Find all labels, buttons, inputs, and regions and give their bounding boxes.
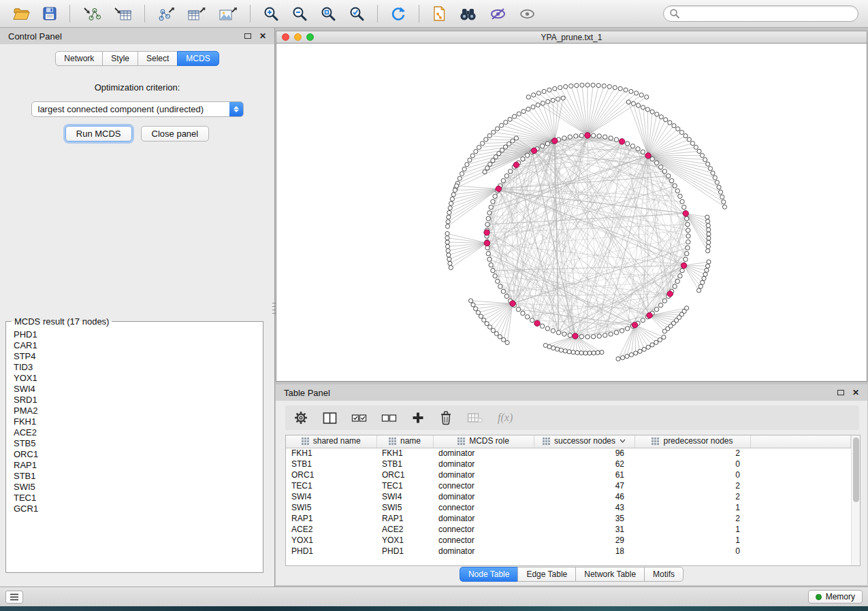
cell-shared-name[interactable]: PHD1 bbox=[286, 546, 376, 557]
search-input[interactable] bbox=[680, 9, 852, 18]
cell-mcds-role[interactable]: connector bbox=[433, 524, 534, 535]
cell-shared-name[interactable]: ACE2 bbox=[286, 524, 376, 535]
cell-name[interactable]: FKH1 bbox=[376, 448, 433, 459]
deselect-all-button[interactable] bbox=[381, 413, 397, 423]
cell-predecessor-nodes[interactable]: 1 bbox=[634, 524, 750, 535]
network-graph[interactable] bbox=[276, 44, 867, 381]
mcds-result-item[interactable]: SWI5 bbox=[6, 482, 263, 493]
mcds-result-item[interactable]: FKH1 bbox=[6, 416, 263, 427]
mcds-result-item[interactable]: RAP1 bbox=[6, 460, 263, 471]
cell-successor-nodes[interactable]: 47 bbox=[534, 480, 634, 491]
cell-predecessor-nodes[interactable]: 2 bbox=[634, 513, 750, 524]
cell-shared-name[interactable]: SWI5 bbox=[286, 502, 376, 513]
refresh-button[interactable] bbox=[387, 4, 410, 23]
mcds-result-item[interactable]: PMA2 bbox=[6, 406, 263, 416]
show-graphics-button[interactable] bbox=[515, 5, 539, 22]
float-table-panel-icon[interactable] bbox=[837, 390, 844, 395]
cell-shared-name[interactable]: STB1 bbox=[286, 459, 376, 469]
export-table-button[interactable] bbox=[184, 5, 210, 23]
network-canvas[interactable] bbox=[276, 43, 867, 382]
tab-edge-table[interactable]: Edge Table bbox=[517, 567, 576, 582]
delete-column-button[interactable] bbox=[439, 410, 453, 425]
add-column-button[interactable] bbox=[411, 411, 425, 425]
mcds-result-item[interactable]: ORC1 bbox=[6, 449, 263, 460]
table-row[interactable]: TEC1TEC1connector472 bbox=[286, 480, 851, 491]
split-columns-button[interactable] bbox=[323, 412, 337, 425]
cell-predecessor-nodes[interactable]: 1 bbox=[634, 502, 750, 513]
cell-mcds-role[interactable]: dominator bbox=[433, 546, 534, 557]
cell-name[interactable]: STB1 bbox=[376, 459, 433, 469]
mcds-result-item[interactable]: YOX1 bbox=[6, 373, 263, 384]
criterion-select[interactable]: largest connected component (undirected) bbox=[31, 101, 244, 117]
zoom-out-button[interactable] bbox=[288, 4, 311, 23]
mcds-result-item[interactable]: STP4 bbox=[6, 351, 263, 362]
zoom-fit-button[interactable] bbox=[317, 4, 340, 23]
export-network-button[interactable] bbox=[154, 5, 178, 23]
table-row[interactable]: PHD1PHD1dominator180 bbox=[286, 546, 851, 557]
cell-mcds-role[interactable]: dominator bbox=[433, 448, 534, 459]
cell-predecessor-nodes[interactable]: 2 bbox=[634, 491, 750, 502]
mcds-result-item[interactable]: CAR1 bbox=[6, 340, 263, 351]
cell-name[interactable]: ORC1 bbox=[376, 469, 433, 480]
cell-mcds-role[interactable]: dominator bbox=[433, 469, 534, 480]
open-file-button[interactable] bbox=[10, 5, 33, 22]
column-header-predecessor-nodes[interactable]: predecessor nodes bbox=[634, 435, 750, 448]
cell-mcds-role[interactable]: dominator bbox=[433, 459, 534, 469]
tab-node-table[interactable]: Node Table bbox=[460, 567, 519, 582]
export-image-button[interactable] bbox=[215, 5, 241, 23]
task-history-button[interactable] bbox=[5, 591, 23, 604]
cell-successor-nodes[interactable]: 29 bbox=[534, 535, 634, 546]
tab-select[interactable]: Select bbox=[138, 51, 178, 66]
cell-successor-nodes[interactable]: 61 bbox=[534, 469, 634, 480]
network-titlebar[interactable]: YPA_prune.txt_1 bbox=[276, 31, 867, 43]
cell-successor-nodes[interactable]: 35 bbox=[534, 513, 634, 524]
cell-name[interactable]: SWI4 bbox=[376, 491, 433, 502]
memory-button[interactable]: Memory bbox=[808, 590, 863, 604]
cell-shared-name[interactable]: TEC1 bbox=[286, 480, 376, 491]
mcds-result-item[interactable]: STB5 bbox=[6, 438, 263, 449]
cell-name[interactable]: TEC1 bbox=[376, 480, 433, 491]
table-row[interactable]: SWI4SWI4dominator462 bbox=[286, 491, 851, 502]
import-table-button[interactable] bbox=[110, 5, 135, 23]
cell-predecessor-nodes[interactable]: 0 bbox=[634, 459, 750, 469]
search-box[interactable] bbox=[663, 5, 858, 22]
mcds-result-item[interactable]: STB1 bbox=[6, 471, 263, 482]
cell-mcds-role[interactable]: connector bbox=[433, 535, 534, 546]
tab-motifs[interactable]: Motifs bbox=[644, 567, 684, 582]
table-row[interactable]: YOX1YOX1connector291 bbox=[286, 535, 851, 546]
cell-successor-nodes[interactable]: 62 bbox=[534, 459, 634, 469]
cell-successor-nodes[interactable]: 46 bbox=[534, 491, 634, 502]
scrollbar-thumb[interactable] bbox=[853, 437, 859, 502]
column-header-shared-name[interactable]: shared name bbox=[286, 435, 376, 448]
table-row[interactable]: ORC1ORC1dominator610 bbox=[286, 469, 851, 480]
cell-predecessor-nodes[interactable]: 1 bbox=[634, 535, 750, 546]
table-row[interactable]: RAP1RAP1dominator352 bbox=[286, 513, 851, 524]
save-button[interactable] bbox=[39, 5, 61, 22]
cell-shared-name[interactable]: ORC1 bbox=[286, 469, 376, 480]
tab-network[interactable]: Network bbox=[55, 51, 103, 66]
mcds-result-item[interactable]: SRD1 bbox=[6, 395, 263, 406]
cell-name[interactable]: SWI5 bbox=[376, 502, 433, 513]
cell-shared-name[interactable]: RAP1 bbox=[286, 513, 376, 524]
select-all-button[interactable] bbox=[351, 413, 367, 423]
cell-mcds-role[interactable]: connector bbox=[433, 502, 534, 513]
table-scrollbar[interactable] bbox=[851, 435, 860, 565]
tab-mcds[interactable]: MCDS bbox=[177, 51, 219, 66]
import-network-button[interactable] bbox=[79, 5, 104, 23]
mcds-result-item[interactable]: TID3 bbox=[6, 362, 263, 373]
duplicate-network-button[interactable] bbox=[428, 4, 450, 23]
column-header-mcds-role[interactable]: MCDS role bbox=[433, 435, 534, 448]
mcds-result-item[interactable]: TEC1 bbox=[6, 493, 263, 503]
run-mcds-button[interactable]: Run MCDS bbox=[65, 126, 132, 142]
zoom-in-button[interactable] bbox=[259, 4, 283, 23]
table-row[interactable]: FKH1FKH1dominator962 bbox=[286, 448, 851, 459]
float-panel-icon[interactable] bbox=[244, 33, 251, 39]
cell-successor-nodes[interactable]: 18 bbox=[534, 546, 634, 557]
hide-graphics-button[interactable] bbox=[486, 5, 510, 22]
table-row[interactable]: STB1STB1dominator620 bbox=[286, 459, 851, 469]
cell-mcds-role[interactable]: dominator bbox=[433, 491, 534, 502]
find-network-button[interactable] bbox=[455, 5, 481, 22]
cell-name[interactable]: RAP1 bbox=[376, 513, 433, 524]
close-panel-button[interactable]: Close panel bbox=[141, 126, 210, 142]
tab-style[interactable]: Style bbox=[102, 51, 138, 66]
